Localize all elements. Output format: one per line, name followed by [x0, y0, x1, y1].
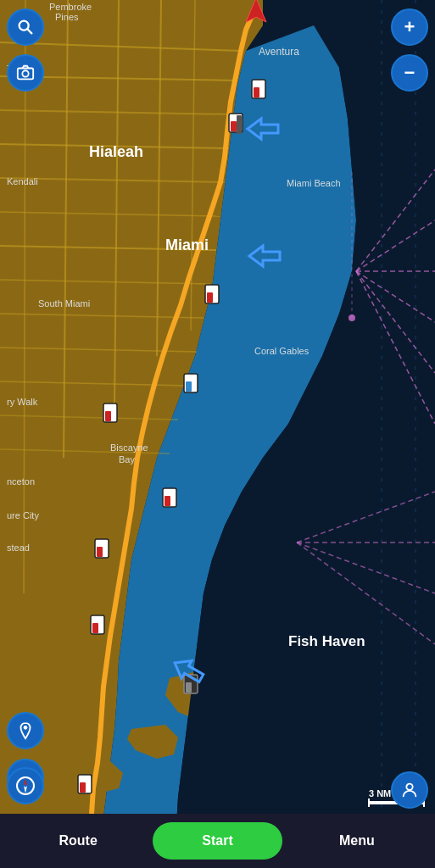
bottom-toolbar: Route Start Menu [0, 814, 435, 868]
profile-icon [400, 781, 419, 799]
svg-marker-92 [24, 778, 27, 786]
pin-icon [16, 721, 35, 740]
svg-rect-51 [165, 496, 170, 506]
zoom-out-label: − [404, 64, 415, 82]
pin-button[interactable] [7, 712, 44, 749]
zoom-in-label: + [404, 18, 415, 36]
svg-text:Kendali: Kendali [7, 176, 38, 186]
svg-text:Miami Beach: Miami Beach [287, 178, 341, 188]
svg-text:nceton: nceton [7, 476, 35, 487]
route-button[interactable]: Route [14, 822, 142, 860]
svg-rect-41 [237, 115, 242, 134]
svg-rect-45 [207, 292, 213, 303]
svg-rect-53 [97, 547, 103, 557]
svg-text:Miami: Miami [165, 236, 209, 253]
svg-rect-47 [186, 381, 192, 392]
start-button[interactable]: Start [153, 822, 282, 860]
menu-button[interactable]: Menu [293, 822, 421, 860]
compass-button[interactable] [7, 767, 44, 804]
svg-rect-43 [254, 87, 259, 97]
svg-rect-49 [105, 411, 111, 421]
svg-point-89 [24, 726, 28, 730]
svg-rect-55 [92, 623, 98, 633]
zoom-out-button[interactable]: − [391, 54, 428, 92]
svg-text:Fish Haven: Fish Haven [288, 633, 365, 649]
svg-rect-59 [80, 782, 86, 793]
compass-icon [15, 776, 36, 796]
svg-text:Aventura: Aventura [259, 46, 299, 58]
svg-text:Pines: Pines [55, 12, 79, 22]
svg-text:Pembroke: Pembroke [49, 2, 92, 12]
camera-icon [16, 64, 35, 82]
svg-rect-40 [231, 121, 237, 131]
svg-text:South Miami: South Miami [38, 298, 90, 309]
svg-text:Bay: Bay [119, 454, 135, 465]
search-button[interactable] [7, 8, 44, 46]
svg-text:Hialeah: Hialeah [89, 143, 143, 160]
svg-text:ry Walk: ry Walk [7, 397, 38, 407]
map-container: Pembroke Pines Tamiami Hialeah Kendali M… [0, 0, 435, 868]
svg-marker-93 [24, 786, 27, 793]
svg-line-86 [27, 29, 31, 33]
profile-button[interactable] [391, 771, 428, 809]
camera-button[interactable] [7, 54, 44, 92]
search-icon [16, 18, 35, 36]
zoom-in-button[interactable]: + [391, 8, 428, 46]
svg-text:Coral Gables: Coral Gables [254, 346, 310, 356]
svg-point-94 [406, 784, 412, 790]
map-svg: Pembroke Pines Tamiami Hialeah Kendali M… [0, 0, 435, 868]
svg-text:3 NM: 3 NM [369, 788, 391, 798]
svg-text:ure City: ure City [7, 510, 39, 520]
svg-text:stead: stead [7, 542, 30, 553]
svg-rect-57 [186, 682, 192, 693]
svg-text:Biscayne: Biscayne [110, 442, 148, 453]
svg-point-88 [22, 70, 28, 76]
